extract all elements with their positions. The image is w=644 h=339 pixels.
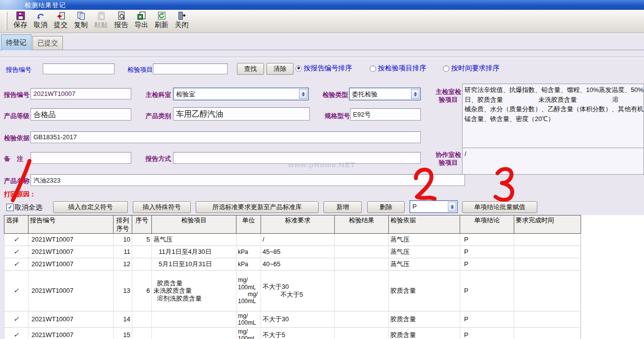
spinner-icon[interactable] — [299, 89, 307, 99]
radio-icon — [295, 65, 302, 72]
row-check-icon[interactable]: ✓ — [4, 258, 29, 270]
cell-report_no: 2021WT10007 — [29, 311, 114, 327]
conclusion-select[interactable]: P — [410, 200, 458, 213]
table-row[interactable]: ✓2021WT1000715mg/ 100mL不大于5胶质含量P — [4, 328, 581, 339]
row-check-icon[interactable]: ✓ — [4, 311, 29, 327]
column-header[interactable]: 排列 序号 — [114, 216, 132, 233]
column-header[interactable]: 要求完成时间 — [514, 216, 581, 233]
copy-icon — [77, 11, 86, 20]
update-standard-button[interactable]: 所选标准要求更新至产品标准库 — [196, 201, 319, 213]
main-dept-select[interactable]: 检验室 — [173, 88, 309, 100]
column-header[interactable]: 选择 — [4, 216, 29, 233]
product-grade-value[interactable]: 合格品 — [30, 108, 131, 121]
spinner-icon[interactable] — [448, 202, 456, 212]
table-row[interactable]: ✓2021WT10007105蒸气压/蒸气压P — [4, 234, 581, 246]
report-no-value[interactable]: 2021WT10007 — [30, 88, 131, 99]
cell-item: 蒸气压 — [152, 234, 236, 246]
column-header[interactable]: 序号 — [132, 216, 152, 233]
main-items-textarea[interactable]: 研究法辛烷值、抗爆指数、铅含量、馏程、10%蒸发温度、50%蒸 日、胶质含量 未… — [462, 84, 644, 153]
toolbar-button-label: 保存 — [14, 21, 28, 30]
close-icon — [177, 11, 186, 20]
toolbar-button-export[interactable]: 导出 — [131, 10, 151, 30]
cell-seq_no — [132, 258, 152, 270]
row-check-icon[interactable]: ✓ — [4, 328, 29, 339]
table-right-fill — [580, 215, 644, 339]
search-report-no-input[interactable] — [43, 63, 115, 74]
toolbar-button-submit[interactable]: 提交 — [51, 10, 71, 30]
row-check-icon[interactable]: ✓ — [4, 234, 29, 246]
row-check-icon[interactable]: ✓ — [4, 246, 29, 258]
insert-custom-symbol-button[interactable]: 插入自定义符号 — [53, 201, 128, 213]
column-header[interactable]: 检验依据 — [389, 216, 460, 233]
cell-conclusion: P — [460, 311, 514, 327]
select-all-checkbox[interactable]: ✓ — [6, 204, 14, 211]
search-test-item-input[interactable] — [153, 63, 228, 74]
save-button[interactable]: 保存 — [10, 10, 30, 30]
add-button[interactable]: 新增 — [323, 201, 362, 213]
cell-unit: kPa — [236, 258, 261, 270]
table-row[interactable]: ✓2021WT10007136 胶质含量 未洗胶质含量 溶剂洗胶质含量mg/ 1… — [4, 271, 581, 311]
cell-result — [335, 234, 389, 246]
column-header[interactable]: 单项结论 — [460, 216, 514, 233]
toolbar-button-refresh[interactable]: 刷新 — [151, 10, 172, 30]
toolbar-button-label: 提交 — [54, 21, 68, 30]
column-header[interactable]: 检验项目 — [152, 216, 236, 233]
toolbar-button-label: 报告 — [115, 21, 128, 30]
find-button[interactable]: 查找 — [237, 63, 264, 75]
cell-basis: 胶质含量 — [389, 271, 460, 311]
coop-items-textarea[interactable]: / — [462, 148, 644, 175]
sort-radio-1[interactable]: 按检验项目排序 — [370, 64, 426, 73]
cell-result — [335, 271, 389, 311]
tab-pending[interactable]: 待登记 — [1, 34, 31, 50]
sort-radio-0[interactable]: 按报告编号排序 — [295, 64, 352, 73]
spinner-icon[interactable] — [411, 89, 419, 99]
test-basis-label: 检验依据 — [4, 134, 29, 143]
remark-value[interactable] — [30, 152, 131, 164]
sort-radio-2[interactable]: 按时间要求排序 — [443, 64, 499, 73]
spec-model-value[interactable]: E92号 — [350, 108, 421, 121]
cell-sort_no: 11 — [114, 246, 132, 258]
toolbar-button-label: 复制 — [74, 21, 88, 30]
cell-item: 11月1日至4月30日 — [152, 246, 236, 258]
toolbar-button-copy[interactable]: 复制 — [71, 10, 91, 30]
table-row[interactable]: ✓2021WT1000712 5月1日至10月31日kPa40~65蒸气压P — [4, 258, 581, 271]
radio-icon — [370, 65, 376, 72]
table-row[interactable]: ✓2021WT1000711 11月1日至4月30日kPa45~85蒸气压P — [4, 246, 581, 258]
clear-button[interactable]: 清除 — [266, 63, 293, 75]
test-basis-value[interactable]: GB18351-2017 — [30, 131, 421, 143]
batch-assign-button[interactable]: 单项结论批量赋值 — [462, 201, 537, 213]
cell-due — [514, 328, 581, 339]
tab-submitted[interactable]: 已提交 — [32, 36, 63, 50]
toolbar-button-undo[interactable]: 取消 — [30, 10, 51, 30]
cell-item — [152, 328, 236, 339]
cell-unit: mg/ 100mL — [236, 328, 261, 339]
cell-seq_no: 6 — [132, 271, 152, 311]
toolbar-button-label: 关闭 — [175, 21, 189, 30]
delete-button[interactable]: 删除 — [367, 201, 405, 213]
cell-seq_no — [132, 246, 152, 258]
insert-special-symbol-button[interactable]: 插入特殊符号 — [133, 201, 191, 213]
product-category-value[interactable]: 车用乙醇汽油 — [173, 107, 310, 121]
cell-unit — [236, 234, 261, 246]
column-header[interactable]: 单位 — [236, 216, 261, 233]
main-dept-value: 检验室 — [176, 91, 195, 98]
spec-model-label: 规格型号 — [324, 112, 350, 121]
cell-item — [152, 311, 236, 327]
column-header[interactable]: 报告编号 — [29, 216, 114, 233]
toolbar-button-close[interactable]: 关闭 — [172, 10, 192, 30]
watermark: www.pHome.NET — [288, 160, 355, 169]
toolbar-grip[interactable] — [5, 12, 7, 31]
test-type-label: 检验类型 — [322, 91, 348, 99]
submit-icon — [57, 11, 65, 20]
table-row[interactable]: ✓2021WT1000714mg/ 100mL不大于30胶质含量P — [4, 311, 581, 328]
product-name-value[interactable]: 汽油2323 — [30, 174, 465, 186]
column-header[interactable]: 标准要求 — [261, 216, 335, 233]
column-header[interactable]: 检验结果 — [335, 216, 389, 233]
cell-conclusion: P — [460, 271, 514, 311]
toolbar-button-paste: 粘贴 — [91, 10, 111, 30]
toolbar-button-report[interactable]: 报告 — [111, 10, 131, 30]
test-type-select[interactable]: 委托检验 — [349, 88, 421, 100]
cell-basis: 胶质含量 — [389, 311, 460, 327]
row-check-icon[interactable]: ✓ — [4, 271, 29, 311]
cell-basis: 蒸气压 — [389, 258, 460, 270]
